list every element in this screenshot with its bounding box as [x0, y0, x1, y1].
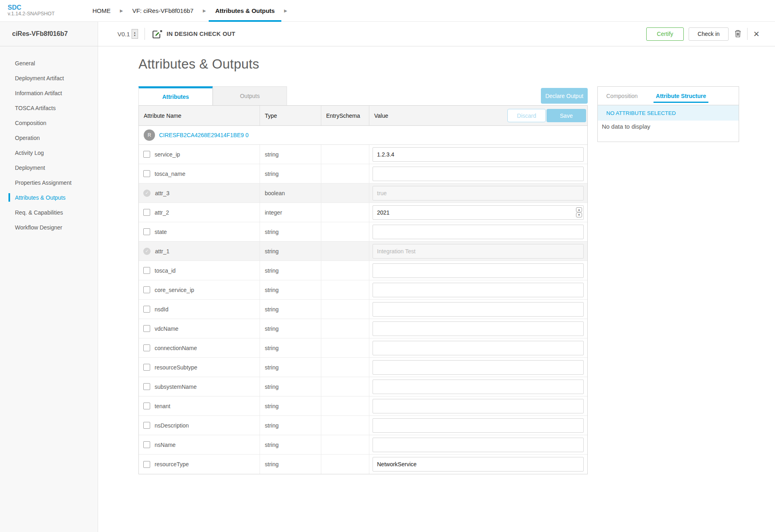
- workspace: ciRes-VFb8f016b7 General Deployment Arti…: [0, 22, 775, 532]
- value-input[interactable]: [373, 263, 584, 278]
- sidebar-item-composition[interactable]: Composition: [0, 115, 98, 130]
- discard-button[interactable]: Discard: [507, 109, 546, 122]
- attribute-name: resourceSubtype: [155, 364, 197, 371]
- value-input[interactable]: [373, 438, 584, 452]
- save-button[interactable]: Save: [547, 109, 586, 122]
- attribute-name: service_ip: [155, 151, 180, 158]
- breadcrumb-item-label: HOME: [92, 7, 111, 14]
- table-row: ✓ resourceSubtype string ▲▼: [139, 358, 587, 377]
- divider: [145, 28, 145, 40]
- right-panel: Composition Attribute Structure NO ATTRI…: [597, 86, 739, 142]
- value-input[interactable]: [373, 341, 584, 355]
- tab-attribute-structure[interactable]: Attribute Structure: [656, 87, 706, 105]
- attribute-entryschema: [321, 300, 369, 319]
- value-input[interactable]: [373, 205, 584, 220]
- row-checkbox[interactable]: [143, 364, 150, 371]
- row-checkbox[interactable]: [143, 383, 150, 390]
- row-checkbox[interactable]: [143, 306, 150, 313]
- attribute-name: connectionName: [155, 345, 197, 351]
- breadcrumb-item-attributes-outputs[interactable]: Attributes & Outputs: [209, 0, 281, 21]
- row-checkbox[interactable]: [143, 267, 150, 274]
- row-checkbox[interactable]: [143, 325, 150, 332]
- sidebar-item-properties-assignment[interactable]: Properties Assignment: [0, 175, 98, 190]
- attribute-entryschema: [321, 145, 369, 164]
- sidebar-item-operation[interactable]: Operation: [0, 130, 98, 145]
- table-row: ✓ tenant string ▲▼: [139, 396, 587, 416]
- value-input[interactable]: [373, 225, 584, 239]
- checkin-button[interactable]: Check in: [689, 27, 729, 41]
- attribute-name: subsystemName: [155, 384, 197, 390]
- table-row: ✓ connectionName string ▲▼: [139, 338, 587, 358]
- value-input[interactable]: [373, 360, 584, 375]
- spinner-down-icon[interactable]: ▾: [134, 34, 136, 37]
- row-checkbox[interactable]: [143, 441, 150, 448]
- sidebar-item-label: Operation: [15, 135, 40, 141]
- row-checkbox[interactable]: [143, 170, 150, 177]
- value-input[interactable]: [373, 399, 584, 413]
- value-input[interactable]: [373, 321, 584, 336]
- delete-button[interactable]: [729, 29, 747, 39]
- row-checkbox[interactable]: [143, 422, 150, 429]
- version-spinner[interactable]: ▴▾: [132, 29, 138, 39]
- value-input[interactable]: [373, 380, 584, 394]
- sidebar-item-req-capabilities[interactable]: Req. & Capabilities: [0, 205, 98, 220]
- sidebar-item-attributes-outputs[interactable]: Attributes & Outputs: [0, 190, 98, 205]
- attribute-name: tosca_name: [155, 171, 185, 177]
- value-input[interactable]: [373, 167, 584, 181]
- attribute-name: state: [155, 229, 167, 235]
- tab-outputs[interactable]: Outputs: [213, 86, 287, 105]
- spinner-down-icon[interactable]: ▼: [576, 213, 582, 217]
- sidebar-item-information-artifact[interactable]: Information Artifact: [0, 86, 98, 100]
- sidebar: ciRes-VFb8f016b7 General Deployment Arti…: [0, 22, 98, 532]
- row-checkbox[interactable]: [143, 228, 150, 235]
- value-input[interactable]: [373, 302, 584, 317]
- chevron-right-icon: ▶: [200, 0, 209, 21]
- value-input[interactable]: [373, 418, 584, 433]
- row-checkbox[interactable]: [143, 151, 150, 158]
- value-input[interactable]: [373, 147, 584, 162]
- sidebar-item-activity-log[interactable]: Activity Log: [0, 145, 98, 160]
- table-row: ✓ subsystemName string ▲▼: [139, 377, 587, 396]
- attributes-table: Attribute Name Type EntrySchema Value Di…: [138, 105, 588, 474]
- certify-button[interactable]: Certify: [646, 27, 684, 41]
- row-checkbox[interactable]: [143, 403, 150, 409]
- row-checkbox[interactable]: [143, 461, 150, 468]
- attribute-entryschema: [321, 377, 369, 396]
- sidebar-item-tosca-artifacts[interactable]: TOSCA Artifacts: [0, 100, 98, 115]
- resource-group-link[interactable]: CIRESFB2CA4268E29414F1BE9 0: [159, 132, 249, 138]
- declare-output-button[interactable]: Declare Output: [541, 88, 588, 104]
- value-input[interactable]: [373, 283, 584, 297]
- tab-composition[interactable]: Composition: [606, 87, 638, 105]
- sidebar-item-label: TOSCA Artifacts: [15, 105, 56, 111]
- breadcrumb-item-vf-cires-vfb8f016b7[interactable]: VF: ciRes-VFb8f016b7: [126, 0, 200, 21]
- attribute-entryschema: [321, 416, 369, 435]
- sidebar-item-label: Workflow Designer: [15, 224, 62, 231]
- breadcrumb: HOME ▶ VF: ciRes-VFb8f016b7 ▶ Attributes…: [86, 0, 290, 21]
- close-button[interactable]: ✕: [748, 29, 765, 39]
- value-input[interactable]: [373, 244, 584, 259]
- value-input[interactable]: [373, 457, 584, 471]
- table-row: ✓ vdcName string ▲▼: [139, 319, 587, 338]
- sidebar-item-workflow-designer[interactable]: Workflow Designer: [0, 220, 98, 235]
- number-spinner[interactable]: ▲▼: [576, 207, 582, 217]
- row-checkbox[interactable]: [143, 286, 150, 293]
- attribute-type: string: [260, 300, 321, 319]
- sidebar-item-deployment-artifact[interactable]: Deployment Artifact: [0, 71, 98, 86]
- column-header-type: Type: [260, 106, 321, 125]
- attribute-type: string: [260, 222, 321, 241]
- attribute-entryschema: [321, 242, 369, 261]
- attribute-entryschema: [321, 319, 369, 338]
- sidebar-item-general[interactable]: General: [0, 56, 98, 71]
- spinner-up-icon[interactable]: ▲: [576, 207, 582, 212]
- row-checkbox[interactable]: [143, 344, 150, 351]
- row-checkbox[interactable]: [143, 209, 150, 216]
- tab-attributes[interactable]: Attributes: [138, 86, 213, 105]
- spinner-up-icon[interactable]: ▴: [134, 31, 136, 34]
- attribute-name: core_service_ip: [155, 287, 194, 293]
- attribute-name: attr_1: [155, 248, 170, 255]
- value-input[interactable]: [373, 186, 584, 200]
- breadcrumb-item-home[interactable]: HOME: [86, 0, 117, 21]
- attribute-type: string: [260, 261, 321, 280]
- main-area: V0.1 ▴▾ IN DESIGN CHECK OUT Certify Chec…: [98, 22, 775, 532]
- sidebar-item-deployment[interactable]: Deployment: [0, 160, 98, 175]
